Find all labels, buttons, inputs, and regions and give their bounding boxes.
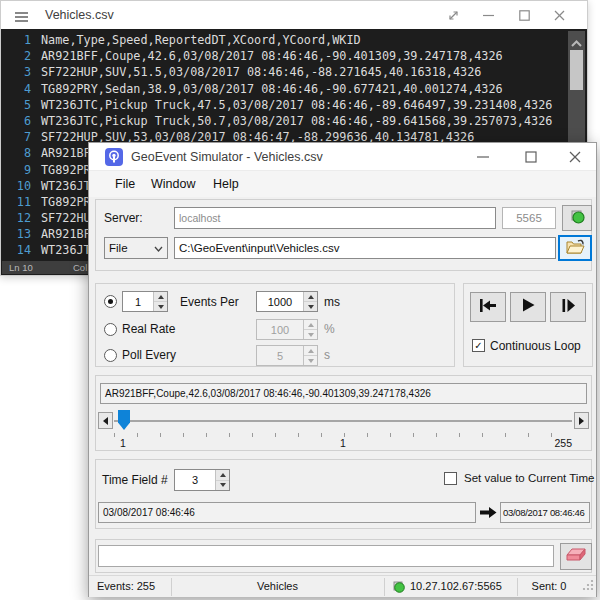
source-path-input[interactable]: C:\GeoEvent\input\Vehicles.csv bbox=[174, 237, 556, 259]
spinner-arrows[interactable] bbox=[215, 470, 229, 490]
events-count: Events: 255 bbox=[97, 580, 155, 592]
feed-name: Vehicles bbox=[171, 580, 384, 592]
events-per-label: Events Per bbox=[180, 295, 239, 309]
line-text: WT236JTC,Pickup Truck,47.5,03/08/2017 08… bbox=[41, 97, 552, 113]
events-count-spinner[interactable]: 1 bbox=[122, 291, 168, 312]
time-field-label: Time Field # bbox=[102, 473, 168, 487]
continuous-loop-label: Continuous Loop bbox=[490, 339, 581, 353]
interval-spinner[interactable]: 1000 bbox=[256, 291, 318, 312]
spin-down-icon bbox=[304, 356, 317, 365]
menu-window[interactable]: Window bbox=[147, 171, 199, 197]
close-icon[interactable] bbox=[563, 146, 587, 168]
line-indicator: Ln 10 bbox=[9, 262, 33, 273]
csv-line: 2AR921BFF,Coupe,42.6,03/08/2017 08:46:46… bbox=[1, 48, 587, 64]
spin-up-icon[interactable] bbox=[154, 292, 167, 302]
minimize-icon[interactable] bbox=[471, 146, 495, 168]
step-forward-icon bbox=[561, 298, 576, 316]
source-type-dropdown[interactable]: File bbox=[104, 237, 168, 259]
clear-button[interactable] bbox=[560, 543, 592, 570]
menu-help[interactable]: Help bbox=[209, 171, 243, 197]
sent-count: Sent: 0 bbox=[517, 580, 581, 592]
simulator-window: GeoEvent Simulator - Vehicles.csv File W… bbox=[88, 142, 597, 597]
spin-down-icon[interactable] bbox=[304, 302, 317, 311]
connect-icon bbox=[569, 208, 586, 229]
csv-line: 5WT236JTC,Pickup Truck,47.5,03/08/2017 0… bbox=[1, 97, 587, 113]
line-number: 14 bbox=[1, 242, 31, 258]
scrollbar-thumb[interactable] bbox=[570, 50, 583, 90]
line-number: 5 bbox=[1, 97, 31, 113]
spin-up-icon[interactable] bbox=[216, 470, 229, 481]
spin-down-icon[interactable] bbox=[216, 481, 229, 491]
browse-file-button[interactable] bbox=[558, 235, 592, 261]
set-current-time-checkbox[interactable] bbox=[444, 472, 457, 485]
connection-status-icon bbox=[392, 580, 406, 598]
simulator-window-title: GeoEvent Simulator - Vehicles.csv bbox=[131, 143, 323, 171]
line-number: 10 bbox=[1, 178, 31, 194]
server-label: Server: bbox=[104, 211, 143, 225]
spinner-arrows bbox=[303, 346, 317, 365]
slider-max-label: 255 bbox=[526, 437, 572, 449]
step-forward-button[interactable] bbox=[550, 292, 586, 322]
slider-left-button[interactable] bbox=[98, 412, 113, 429]
spin-up-icon[interactable] bbox=[304, 292, 317, 302]
line-number: 12 bbox=[1, 210, 31, 226]
interval-value: 1000 bbox=[257, 296, 303, 308]
line-number: 3 bbox=[1, 64, 31, 80]
line-text: TG892PR bbox=[41, 162, 91, 178]
line-text: AR921BFF,Coupe,42.6,03/08/2017 08:46:46,… bbox=[41, 48, 503, 64]
server-group: Server: localhost 5565 File C:\GeoEvent\… bbox=[95, 199, 592, 271]
time-field-spinner[interactable]: 3 bbox=[174, 469, 230, 491]
menu-bar: File Window Help bbox=[89, 171, 596, 197]
app-broadcast-icon bbox=[105, 148, 123, 170]
time-from-field[interactable]: 03/08/2017 08:46:46 bbox=[98, 502, 476, 523]
play-button[interactable] bbox=[510, 292, 546, 322]
server-port-input[interactable]: 5565 bbox=[502, 207, 556, 229]
csv-line: 6WT236JTC,Pickup Truck,50.7,03/08/2017 0… bbox=[1, 113, 587, 129]
time-to-field[interactable]: 03/08/2017 08:46:46 bbox=[500, 502, 590, 523]
events-per-radio[interactable] bbox=[104, 295, 117, 308]
slider-track[interactable] bbox=[114, 420, 572, 422]
spinner-arrows[interactable] bbox=[303, 292, 317, 311]
line-text: WT236JT bbox=[41, 178, 91, 194]
resize-grip-icon[interactable] bbox=[581, 577, 594, 595]
seconds-unit-label: s bbox=[324, 348, 330, 362]
poll-spinner[interactable]: 5 bbox=[256, 345, 318, 366]
poll-every-radio[interactable] bbox=[104, 349, 117, 362]
progress-bar bbox=[98, 545, 554, 567]
real-rate-label: Real Rate bbox=[122, 322, 175, 336]
menu-file[interactable]: File bbox=[111, 171, 139, 197]
line-number: 6 bbox=[1, 113, 31, 129]
spin-down-icon[interactable] bbox=[154, 302, 167, 311]
maximize-icon[interactable] bbox=[519, 146, 543, 168]
spinner-arrows bbox=[303, 320, 317, 339]
close-icon[interactable] bbox=[548, 5, 570, 25]
spin-down-icon bbox=[304, 330, 317, 339]
current-event-group: AR921BFF,Coupe,42.6,03/08/2017 08:46:46,… bbox=[95, 375, 592, 451]
minimize-icon[interactable] bbox=[477, 5, 499, 25]
real-rate-spinner[interactable]: 100 bbox=[256, 319, 318, 340]
folder-open-icon bbox=[566, 239, 585, 258]
real-rate-radio[interactable] bbox=[104, 323, 117, 336]
maximize-icon[interactable] bbox=[513, 5, 535, 25]
slider-thumb[interactable] bbox=[118, 410, 130, 430]
set-current-time-label: Set value to Current Time bbox=[464, 472, 594, 484]
skip-to-start-button[interactable] bbox=[470, 292, 506, 322]
line-number: 11 bbox=[1, 194, 31, 210]
current-event-field[interactable]: AR921BFF,Coupe,42.6,03/08/2017 08:46:46,… bbox=[100, 383, 587, 404]
hamburger-menu-icon[interactable] bbox=[15, 9, 28, 27]
percent-unit-label: % bbox=[324, 322, 335, 336]
continuous-loop-checkbox[interactable]: ✓ bbox=[472, 339, 485, 352]
editor-window-title: Vehicles.csv bbox=[45, 1, 114, 29]
poll-value: 5 bbox=[257, 350, 303, 362]
connect-button[interactable] bbox=[562, 205, 592, 231]
expand-icon[interactable] bbox=[442, 5, 464, 25]
slider-right-button[interactable] bbox=[574, 412, 589, 429]
line-number: 1 bbox=[1, 32, 31, 48]
arrow-right-icon bbox=[480, 505, 497, 523]
line-text: SF722HUP,SUV,51.5,03/08/2017 08:46:46,-8… bbox=[41, 64, 481, 80]
line-text: WT236JT bbox=[41, 242, 91, 258]
spinner-arrows[interactable] bbox=[153, 292, 167, 311]
line-number: 2 bbox=[1, 48, 31, 64]
server-host-input[interactable]: localhost bbox=[174, 207, 496, 229]
play-icon bbox=[522, 298, 535, 316]
